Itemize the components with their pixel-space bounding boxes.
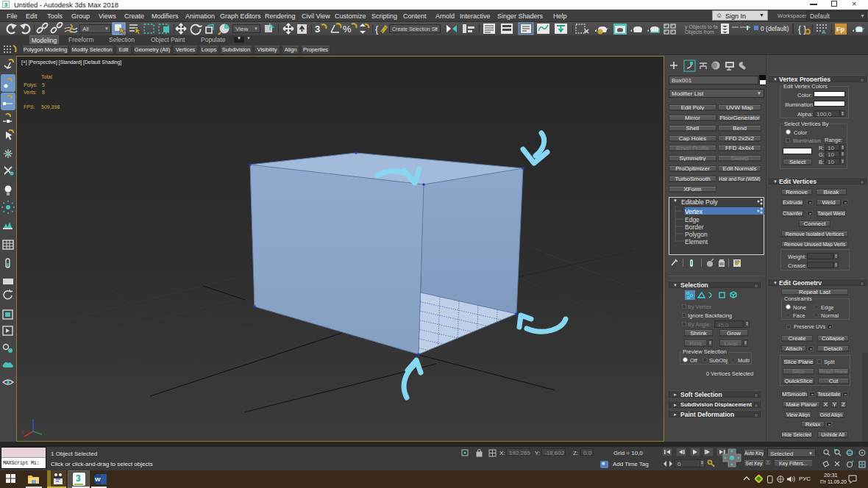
svg-text:FPS:: FPS:	[24, 104, 35, 110]
svg-text:W: W	[95, 476, 101, 483]
svg-text:{: {	[375, 24, 379, 35]
svg-text:5: 5	[42, 82, 45, 87]
svg-text:Polys:: Polys:	[24, 82, 38, 88]
svg-text:Objects from: Objects from	[685, 29, 714, 35]
svg-text:Verts:: Verts:	[24, 90, 37, 95]
svg-text:Fp: Fp	[836, 26, 844, 33]
svg-text:A: A	[822, 29, 826, 35]
svg-text:%: %	[343, 24, 352, 35]
svg-text:[+] [Perspective] [Standard] [: [+] [Perspective] [Standard] [Default Sh…	[21, 60, 121, 65]
svg-text:509,398: 509,398	[41, 104, 60, 110]
svg-text:Total: Total	[41, 74, 52, 79]
svg-text:3: 3	[315, 24, 320, 35]
svg-text:0 (default): 0 (default)	[761, 25, 789, 32]
svg-text:x: x	[21, 429, 24, 434]
svg-text:8: 8	[42, 90, 45, 95]
